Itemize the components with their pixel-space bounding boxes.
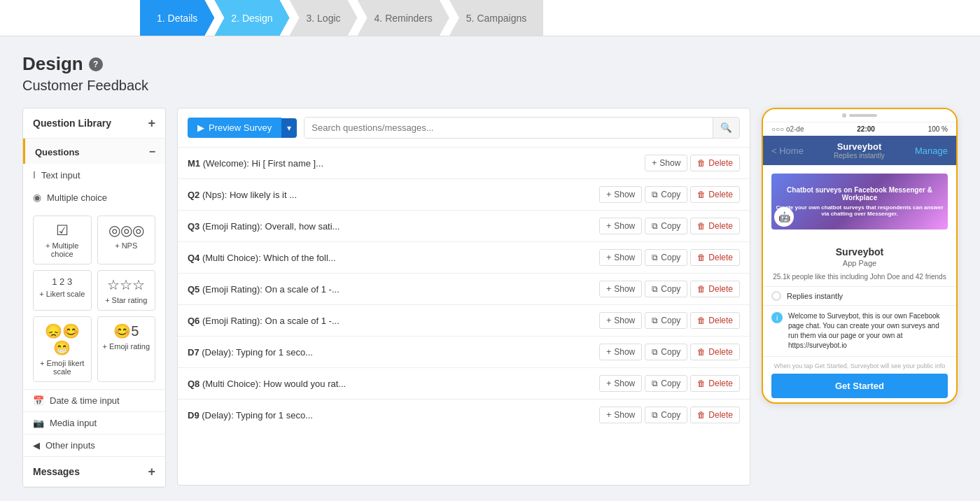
question-copy-btn-2[interactable]: ⧉ Copy <box>645 218 687 234</box>
trash-icon: 🗑 <box>697 316 706 325</box>
question-row-6: D7 (Delay): Typing for 1 seco...+ Show⧉ … <box>178 337 750 368</box>
nps-card-label: + NPS <box>102 241 151 250</box>
question-copy-btn-1[interactable]: ⧉ Copy <box>645 186 687 203</box>
question-show-btn-0[interactable]: + Show <box>645 155 687 171</box>
plus-icon: + <box>606 316 611 325</box>
question-show-btn-6[interactable]: + Show <box>599 344 642 360</box>
copy-icon: ⧉ <box>652 410 658 420</box>
page-title: Design ? <box>22 53 958 75</box>
question-delete-btn-6[interactable]: 🗑 Delete <box>690 344 740 360</box>
likert-scale-card[interactable]: 1 2 3 + Likert scale <box>33 270 92 311</box>
question-show-btn-7[interactable]: + Show <box>599 375 642 392</box>
preview-survey-button[interactable]: ▶ Preview Survey <box>188 118 281 138</box>
nps-card[interactable]: ◎◎◎ + NPS <box>97 216 156 264</box>
copy-icon: ⧉ <box>652 284 658 294</box>
question-actions-1: + Show⧉ Copy🗑 Delete <box>599 186 740 203</box>
page-name: Surveybot <box>769 246 951 257</box>
other-icon: ◀ <box>33 440 40 451</box>
question-show-btn-1[interactable]: + Show <box>599 186 642 203</box>
question-copy-btn-3[interactable]: ⧉ Copy <box>645 249 687 266</box>
question-actions-8: + Show⧉ Copy🗑 Delete <box>599 407 740 423</box>
question-copy-btn-7[interactable]: ⧉ Copy <box>645 375 687 392</box>
trash-icon: 🗑 <box>697 253 706 262</box>
get-started-button[interactable]: Get Started <box>771 374 948 398</box>
question-delete-btn-0[interactable]: 🗑 Delete <box>690 155 740 171</box>
page-sub: App Page <box>769 259 951 267</box>
messages-add-btn[interactable]: + <box>148 465 155 478</box>
question-row-2: Q3 (Emoji Rating): Overall, how sati...+… <box>178 211 750 242</box>
other-inputs-item[interactable]: ◀ Other inputs <box>23 434 165 456</box>
star-rating-card[interactable]: ☆☆☆ + Star rating <box>97 270 156 311</box>
fb-back-btn[interactable]: < Home <box>771 146 804 156</box>
wizard-step-campaigns[interactable]: 5. Campaigns <box>449 0 543 36</box>
question-show-btn-5[interactable]: + Show <box>599 312 642 329</box>
question-copy-btn-5[interactable]: ⧉ Copy <box>645 312 687 329</box>
text-input-item[interactable]: I Text input <box>23 164 165 186</box>
trash-icon: 🗑 <box>697 410 706 420</box>
bot-logo: 🤖 <box>774 207 794 227</box>
info-icon: i <box>771 312 783 323</box>
app-title: Surveybot <box>834 141 885 152</box>
wizard-step-campaigns-label: 5. Campaigns <box>466 13 526 24</box>
checkbox-icon: ☑ <box>38 222 87 239</box>
fb-manage-btn[interactable]: Manage <box>915 146 948 156</box>
question-delete-btn-5[interactable]: 🗑 Delete <box>690 312 740 329</box>
left-panel: Question Library + Questions − I Text in… <box>22 108 166 488</box>
wizard-step-details[interactable]: 1. Details <box>140 0 214 36</box>
copy-icon: ⧉ <box>652 379 658 388</box>
question-show-btn-8[interactable]: + Show <box>599 407 642 423</box>
date-time-item[interactable]: 📅 Date & time input <box>23 389 165 411</box>
question-copy-btn-6[interactable]: ⧉ Copy <box>645 344 687 360</box>
multiple-choice-item[interactable]: ◉ Multiple choice <box>23 186 165 209</box>
copy-icon: ⧉ <box>652 347 658 357</box>
question-show-btn-2[interactable]: + Show <box>599 218 642 234</box>
plus-icon: + <box>606 284 611 294</box>
emoji-rating-card[interactable]: 😊5 + Emoji rating <box>97 316 156 382</box>
media-input-item[interactable]: 📷 Media input <box>23 411 165 434</box>
preview-dropdown-button[interactable]: ▾ <box>281 118 297 138</box>
banner-sub: Create your own chatbot surveys that res… <box>771 204 948 217</box>
wizard-step-logic[interactable]: 3. Logic <box>290 0 358 36</box>
question-delete-btn-2[interactable]: 🗑 Delete <box>690 218 740 234</box>
multiple-choice-card[interactable]: ☑ + Multiple choice <box>33 216 92 264</box>
question-row-1: Q2 (Nps): How likely is it ...+ Show⧉ Co… <box>178 179 750 211</box>
wizard-step-design[interactable]: 2. Design <box>214 0 289 36</box>
question-delete-btn-3[interactable]: 🗑 Delete <box>690 249 740 266</box>
emoji-likert-card[interactable]: 😞😊😁 + Emoji likert scale <box>33 316 92 382</box>
page-info: Surveybot App Page <box>763 244 956 273</box>
plus-icon: + <box>606 190 611 199</box>
help-icon[interactable]: ? <box>89 57 103 71</box>
question-list: M1 (Welcome): Hi [ First name ]...+ Show… <box>178 148 750 430</box>
question-actions-6: + Show⧉ Copy🗑 Delete <box>599 344 740 360</box>
question-tag-0: M1 <box>188 158 200 169</box>
question-copy-btn-4[interactable]: ⧉ Copy <box>645 281 687 297</box>
question-library-add-btn[interactable]: + <box>148 117 155 129</box>
messages-section-header: Messages + <box>23 456 165 487</box>
media-input-label: Media input <box>50 418 97 428</box>
question-show-btn-4[interactable]: + Show <box>599 281 642 297</box>
radio-icon: ◉ <box>33 192 41 203</box>
carrier-text: ○○○ o2-de <box>771 125 804 133</box>
search-button[interactable]: 🔍 <box>713 118 739 138</box>
play-icon: ▶ <box>197 122 204 133</box>
question-library-label: Question Library <box>33 118 111 129</box>
info-row: i Welcome to Surveybot, this is our own … <box>763 305 956 356</box>
phone-frame: ○○○ o2-de 22:00 100 % < Home Surveybot R… <box>762 108 958 404</box>
copy-icon: ⧉ <box>652 253 658 262</box>
numbers-icon: 1 2 3 <box>38 276 87 287</box>
question-delete-btn-8[interactable]: 🗑 Delete <box>690 407 740 423</box>
right-panel: ○○○ o2-de 22:00 100 % < Home Surveybot R… <box>762 108 958 404</box>
copy-icon: ⧉ <box>652 221 658 231</box>
question-tag-2: Q3 <box>188 221 200 232</box>
question-show-btn-3[interactable]: + Show <box>599 249 642 266</box>
wizard-step-reminders[interactable]: 4. Reminders <box>358 0 449 36</box>
other-inputs-label: Other inputs <box>46 440 95 451</box>
search-input[interactable] <box>304 118 713 138</box>
question-copy-btn-8[interactable]: ⧉ Copy <box>645 407 687 423</box>
question-delete-btn-7[interactable]: 🗑 Delete <box>690 375 740 392</box>
banner-text: Chatbot surveys on Facebook Messenger & … <box>771 186 948 217</box>
question-delete-btn-1[interactable]: 🗑 Delete <box>690 186 740 203</box>
questions-collapse-btn[interactable]: − <box>149 146 155 158</box>
question-delete-btn-4[interactable]: 🗑 Delete <box>690 281 740 297</box>
emoji-rating-label: + Emoji rating <box>102 342 151 351</box>
